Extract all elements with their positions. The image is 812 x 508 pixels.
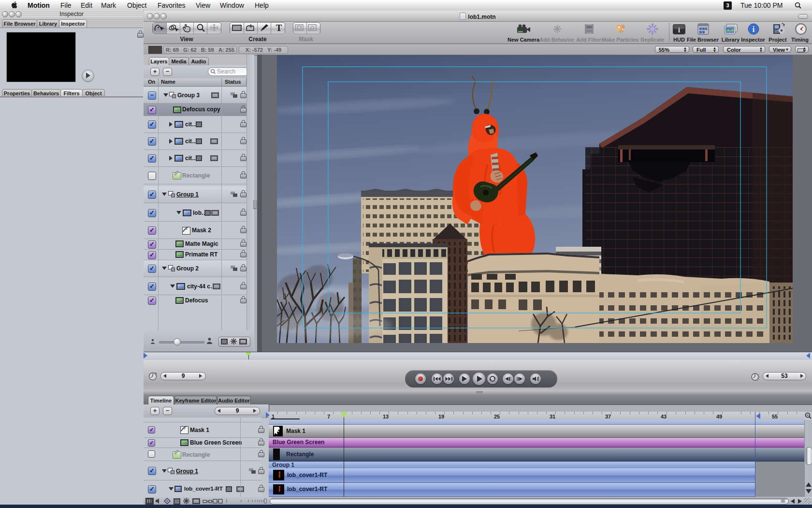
svg-text:i: i xyxy=(753,25,755,33)
svg-text:i: i xyxy=(678,27,680,34)
